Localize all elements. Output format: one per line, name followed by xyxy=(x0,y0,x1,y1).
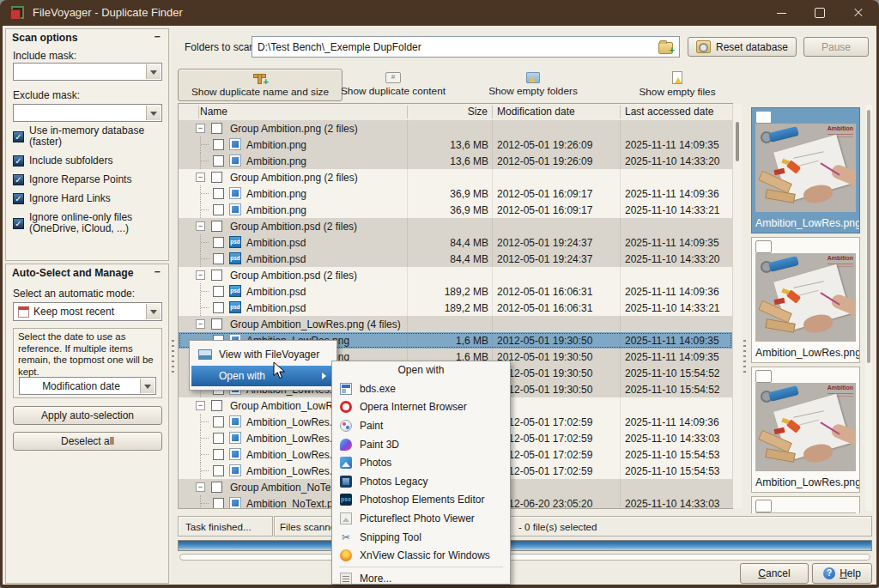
menu-item-open-with[interactable]: Open with xyxy=(191,366,335,386)
close-button[interactable] xyxy=(841,0,876,26)
checkbox-row[interactable]: ✓Ignore online-only files (OneDrive, iCl… xyxy=(13,212,165,234)
right-splitter-handle[interactable] xyxy=(743,340,746,376)
checkbox-row[interactable]: ✓Use in-memory database (faster) xyxy=(13,125,165,148)
group-row[interactable]: −Group Ambition.psd (2 files) xyxy=(179,267,732,283)
open-with-app-item[interactable]: Photos Legacy xyxy=(334,472,508,491)
file-checkbox[interactable] xyxy=(213,302,224,313)
collapse-expander-icon[interactable]: − xyxy=(196,319,205,329)
group-checkbox[interactable] xyxy=(211,123,222,134)
file-checkbox[interactable] xyxy=(213,449,224,460)
chevron-down-icon[interactable] xyxy=(146,304,161,319)
chevron-down-icon[interactable] xyxy=(146,106,161,120)
collapse-expander-icon[interactable]: − xyxy=(196,401,205,410)
open-with-app-item[interactable]: bds.exe xyxy=(334,379,508,398)
open-with-app-item[interactable]: Paint xyxy=(334,416,508,435)
checkbox-icon[interactable]: ✓ xyxy=(13,155,24,167)
include-mask-combobox[interactable] xyxy=(13,63,162,81)
group-checkbox[interactable] xyxy=(211,172,222,183)
exclude-mask-combobox[interactable] xyxy=(13,104,162,122)
open-with-app-item[interactable]: Photos xyxy=(334,453,508,472)
file-checkbox[interactable] xyxy=(213,237,224,248)
group-checkbox[interactable] xyxy=(211,400,222,411)
file-checkbox[interactable] xyxy=(213,204,224,215)
column-header-modification-date[interactable]: Modification date xyxy=(497,106,575,118)
thumbnail-card[interactable]: Ambition xyxy=(751,496,860,513)
chevron-down-icon[interactable] xyxy=(146,64,161,79)
thumbnail-checkbox[interactable] xyxy=(755,111,772,124)
left-splitter-handle[interactable] xyxy=(172,340,174,376)
group-row[interactable]: −Group Ambition.png (2 files) xyxy=(179,120,732,136)
add-folder-icon[interactable]: + xyxy=(658,39,674,53)
group-row[interactable]: −Group Ambition.png (2 files) xyxy=(179,169,732,185)
reference-date-combobox[interactable]: Modification date xyxy=(19,377,156,395)
table-row[interactable]: Ambition.png36,9 MB2012-05-01 16:09:1720… xyxy=(179,185,732,202)
checkbox-icon[interactable]: ✓ xyxy=(13,218,24,229)
file-checkbox[interactable] xyxy=(213,155,224,167)
file-checkbox[interactable] xyxy=(213,433,224,444)
cancel-button[interactable]: Cancel xyxy=(740,563,809,584)
thumbnail-card[interactable]: AmbitionAmbition_LowRes.png xyxy=(751,367,860,493)
file-checkbox[interactable] xyxy=(213,139,224,150)
scrollbar-thumb[interactable] xyxy=(736,122,739,161)
group-row[interactable]: −Group Ambition_LowRes.png (4 files) xyxy=(179,316,732,332)
tab-show-empty-folders[interactable]: Show empty folders xyxy=(481,69,585,100)
checkbox-icon[interactable]: ✓ xyxy=(13,193,24,204)
collapse-expander-icon[interactable]: − xyxy=(196,482,205,492)
table-row[interactable]: psdAmbition.psd84,4 MB2012-05-01 19:24:3… xyxy=(179,251,732,267)
help-button[interactable]: ? Help xyxy=(812,563,872,584)
chevron-down-icon[interactable] xyxy=(140,379,155,393)
reset-database-button[interactable]: Reset database xyxy=(688,37,797,57)
group-checkbox[interactable] xyxy=(211,318,222,330)
automatic-mode-combobox[interactable]: Keep most recent xyxy=(13,302,162,321)
thumbnail-checkbox[interactable] xyxy=(755,370,772,383)
tab-show-duplicate-content[interactable]: # Show duplicate content xyxy=(335,69,452,100)
thumbnail-checkbox[interactable] xyxy=(755,500,772,512)
apply-auto-selection-button[interactable]: Apply auto-selection xyxy=(13,406,162,425)
table-row[interactable]: psdAmbition.psd189,2 MB2012-05-01 16:06:… xyxy=(179,283,732,300)
table-row[interactable]: Ambition.png36,9 MB2012-05-01 16:09:1720… xyxy=(179,202,732,218)
checkbox-row[interactable]: ✓Ignore Hard Links xyxy=(13,193,165,204)
collapse-expander-icon[interactable]: − xyxy=(196,124,205,133)
pause-button[interactable]: Pause xyxy=(803,37,869,57)
table-scrollbar[interactable] xyxy=(732,104,742,508)
deselect-all-button[interactable]: Deselect all xyxy=(13,432,162,451)
maximize-button[interactable] xyxy=(803,0,837,26)
open-with-app-item[interactable]: Photoshop Elements Editor xyxy=(334,491,508,510)
group-checkbox[interactable] xyxy=(211,482,222,493)
table-row[interactable]: psdAmbition.psd84,4 MB2012-05-01 19:24:3… xyxy=(179,234,732,251)
tab-show-empty-files[interactable]: Show empty files xyxy=(627,69,728,100)
group-row[interactable]: −Group Ambition.psd (2 files) xyxy=(179,218,732,234)
open-with-app-item[interactable]: Paint 3D xyxy=(334,435,508,454)
group-checkbox[interactable] xyxy=(211,221,222,232)
checkbox-icon[interactable]: ✓ xyxy=(13,174,24,185)
file-checkbox[interactable] xyxy=(213,253,224,264)
open-with-app-item[interactable]: Pictureflect Photo Viewer xyxy=(334,509,508,528)
collapse-expander-icon[interactable]: − xyxy=(196,173,205,182)
collapse-scan-options-button[interactable]: − xyxy=(151,32,163,44)
tab-show-duplicate-name-size[interactable]: + Show duplicate name and size xyxy=(178,69,343,101)
table-row[interactable]: Ambition.png13,6 MB2012-05-01 19:26:0920… xyxy=(179,136,732,153)
column-header-size[interactable]: Size xyxy=(402,106,488,118)
group-checkbox[interactable] xyxy=(211,270,222,281)
thumbnail-checkbox[interactable] xyxy=(755,240,772,253)
file-checkbox[interactable] xyxy=(213,498,224,508)
table-row[interactable]: Ambition.png13,6 MB2012-05-01 19:26:0920… xyxy=(179,153,732,169)
table-row[interactable]: psdAmbition.psd189,2 MB2012-05-01 16:06:… xyxy=(179,300,732,316)
checkbox-row[interactable]: ✓Ignore Reparse Points xyxy=(13,174,165,185)
minimize-button[interactable] xyxy=(764,0,798,26)
table-header[interactable]: Name Size Modification date Last accesse… xyxy=(179,104,732,121)
file-checkbox[interactable] xyxy=(213,465,224,476)
open-with-app-item[interactable]: Opera Internet Browser xyxy=(334,398,508,417)
file-checkbox[interactable] xyxy=(213,416,224,427)
collapse-expander-icon[interactable]: − xyxy=(196,221,205,231)
open-with-app-item[interactable]: More... xyxy=(334,569,508,588)
thumbnail-card[interactable]: AmbitionAmbition_LowRes.png xyxy=(751,237,860,363)
scrollbar-thumb[interactable] xyxy=(867,110,870,363)
file-checkbox[interactable] xyxy=(213,286,224,297)
folders-to-scan-input[interactable] xyxy=(252,36,680,58)
column-header-name[interactable]: Name xyxy=(200,106,227,118)
thumbnail-card[interactable]: AmbitionAmbition_LowRes.png xyxy=(751,107,860,233)
column-header-last-accessed-date[interactable]: Last accessed date xyxy=(625,106,713,118)
collapse-auto-select-button[interactable]: − xyxy=(151,267,163,279)
collapse-expander-icon[interactable]: − xyxy=(196,270,205,280)
